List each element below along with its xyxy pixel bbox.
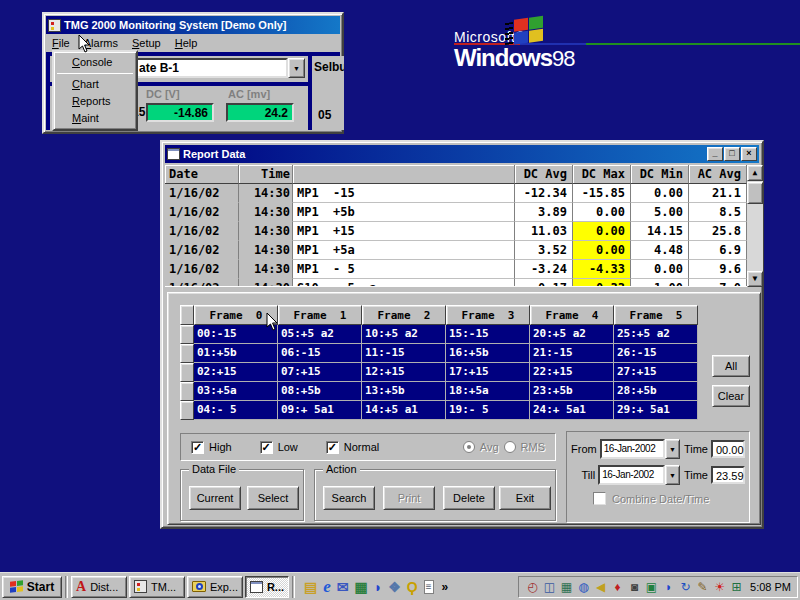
scroll-down-icon[interactable]: ▼ xyxy=(747,271,763,287)
high-filter[interactable]: ✓ High xyxy=(191,441,232,454)
col-header-ac-avg[interactable]: AC Avg xyxy=(689,165,747,184)
clear-button[interactable]: Clear xyxy=(712,385,750,407)
imaging-icon[interactable]: ▦ xyxy=(355,579,368,595)
col-header-dc-min[interactable]: DC Min xyxy=(631,165,689,184)
table-row-clipped[interactable]: 1/16/0214:30 S10 - 5 a-0.17 -0.331.00 7.… xyxy=(165,279,763,286)
till-date-combobox[interactable]: 16-Jan-2002 ▼ xyxy=(598,465,680,485)
file-menu-console[interactable]: Console xyxy=(56,54,112,71)
table-row[interactable]: 1/16/0214:30 MP1 -15-12.34 -15.850.00 21… xyxy=(165,184,763,203)
table-row[interactable]: 1/16/0214:30 MP1 +5b3.89 0.005.00 8.5 xyxy=(165,203,763,222)
outlook-mail-icon[interactable]: ✉ xyxy=(337,579,349,595)
row-selector[interactable] xyxy=(180,325,194,344)
task-button-explorer[interactable]: Exp... xyxy=(187,576,243,598)
scrollbar-thumb[interactable] xyxy=(747,182,763,204)
dc-column-label: DC [V] xyxy=(146,88,180,100)
till-row: Till 16-Jan-2002 ▼ Time 23.59 xyxy=(571,464,745,486)
till-time-field[interactable]: 23.59 xyxy=(711,466,745,484)
col-header-time[interactable]: Time xyxy=(239,165,293,184)
task-button-dist[interactable]: A Dist... xyxy=(71,576,127,598)
menu-help[interactable]: Help xyxy=(175,37,198,49)
minimize-button[interactable]: _ xyxy=(707,147,723,161)
low-filter[interactable]: ✓ Low xyxy=(260,441,298,454)
network-pc-icon[interactable]: ⊞ xyxy=(729,580,744,594)
frame-4-header[interactable]: Frame 4 xyxy=(530,305,614,325)
row-selector[interactable] xyxy=(180,363,194,382)
netmeeting-icon[interactable]: ❖ xyxy=(388,579,401,595)
calendar-clock-icon[interactable]: ◴ xyxy=(525,580,540,594)
net-watcher-icon[interactable]: ▦ xyxy=(559,580,574,594)
menu-setup[interactable]: Setup xyxy=(132,37,161,49)
row-selector[interactable] xyxy=(180,344,194,363)
maximize-button[interactable]: □ xyxy=(724,147,740,161)
col-header-dc-max[interactable]: DC Max xyxy=(573,165,631,184)
delete-button[interactable]: Delete xyxy=(443,486,495,510)
chevron-down-icon[interactable]: ▼ xyxy=(665,439,680,459)
menu-file[interactable]: File xyxy=(52,37,70,49)
high-checkbox[interactable]: ✓ xyxy=(191,441,204,454)
col-header-dc-avg[interactable]: DC Avg xyxy=(515,165,573,184)
report-titlebar[interactable]: Report Data _ □ × xyxy=(165,145,759,163)
exit-button[interactable]: Exit xyxy=(499,486,551,510)
task-button-report[interactable]: R... xyxy=(245,576,289,598)
file-menu-reports[interactable]: Reports xyxy=(56,93,111,110)
combine-checkbox[interactable] xyxy=(593,492,606,505)
current-button[interactable]: Current xyxy=(189,486,241,510)
search-button[interactable]: Search xyxy=(323,486,375,510)
explorer-search-icon xyxy=(192,581,206,592)
sync-icon[interactable]: ↻ xyxy=(678,580,693,594)
camera-icon[interactable]: ◙ xyxy=(627,580,642,594)
tmg-app-icon xyxy=(48,19,61,32)
col-header-date[interactable]: Date xyxy=(165,165,239,184)
row-selector[interactable] xyxy=(180,382,194,401)
file-menu-chart[interactable]: Chart xyxy=(56,76,99,93)
file-menu-maint[interactable]: Maint xyxy=(56,110,99,127)
frame-3-header[interactable]: Frame 3 xyxy=(446,305,530,325)
antivirus-icon[interactable]: ♦ xyxy=(610,580,625,594)
grid-corner-cell[interactable] xyxy=(180,305,194,325)
internet-explorer-icon[interactable]: e xyxy=(323,579,331,595)
chevron-down-icon[interactable]: ▼ xyxy=(665,465,680,485)
till-label: Till xyxy=(571,469,595,481)
report-table-header: Date Time DC Avg DC Max DC Min AC Avg xyxy=(165,165,763,184)
from-date-combobox[interactable]: 16-Jan-2002 ▼ xyxy=(600,439,680,459)
table-scrollbar[interactable]: ▲ ▼ xyxy=(747,165,763,287)
clock: 5:08 PM xyxy=(750,581,791,593)
key-icon[interactable]: Ϙ xyxy=(407,579,418,595)
table-row[interactable]: 1/16/0214:30 MP1 +1511.03 0.0014.15 25.8 xyxy=(165,222,763,241)
select-button[interactable]: Select xyxy=(247,486,299,510)
task-button-tmg[interactable]: TM... xyxy=(129,576,185,598)
tmg-titlebar[interactable]: TMG 2000 Monitoring System [Demo Only] xyxy=(46,16,340,34)
rms-radio[interactable] xyxy=(504,441,516,453)
display-icon[interactable]: ◫ xyxy=(542,580,557,594)
table-row[interactable]: 1/16/0214:30 MP1 - 5-3.24 -4.330.00 9.6 xyxy=(165,260,763,279)
show-desktop-icon[interactable]: ▤ xyxy=(304,579,317,595)
col-header-channel[interactable] xyxy=(293,165,515,184)
overflow-chevron-icon[interactable]: » xyxy=(442,580,449,594)
frame-1-header[interactable]: Frame 1 xyxy=(278,305,362,325)
notepad-icon[interactable]: ≡ xyxy=(424,580,434,594)
avg-radio[interactable] xyxy=(463,441,475,453)
frame-2-header[interactable]: Frame 2 xyxy=(362,305,446,325)
scroll-up-icon[interactable]: ▲ xyxy=(747,165,763,181)
ac-column-label: AC [mv] xyxy=(228,88,270,100)
from-time-field[interactable]: 00.00 xyxy=(711,440,745,458)
low-checkbox[interactable]: ✓ xyxy=(260,441,273,454)
table-row[interactable]: 1/16/0214:30 MP1 +5a3.52 0.004.48 6.9 xyxy=(165,241,763,260)
gate-combobox-arrow[interactable]: ▼ xyxy=(288,58,305,78)
globe-icon[interactable]: ◍ xyxy=(576,580,591,594)
start-button[interactable]: Start xyxy=(2,576,62,598)
msn-tray-icon[interactable]: ◗ xyxy=(661,580,676,594)
scheduler-icon[interactable]: ▣ xyxy=(644,580,659,594)
tmg-window: TMG 2000 Monitoring System [Demo Only] F… xyxy=(42,12,344,134)
pen-icon[interactable]: ✎ xyxy=(695,580,710,594)
alert-icon[interactable]: ☀ xyxy=(712,580,727,594)
volume-icon[interactable]: ◀ xyxy=(593,580,608,594)
row-selector[interactable] xyxy=(180,401,194,420)
all-button[interactable]: All xyxy=(712,355,750,377)
normal-filter[interactable]: ✓ Normal xyxy=(326,441,379,454)
close-button[interactable]: × xyxy=(741,147,757,161)
selbus-channel-number: 05 xyxy=(312,74,344,122)
frame-5-header[interactable]: Frame 5 xyxy=(614,305,698,325)
normal-checkbox[interactable]: ✓ xyxy=(326,441,339,454)
msn-icon[interactable]: ◗ xyxy=(374,579,382,595)
